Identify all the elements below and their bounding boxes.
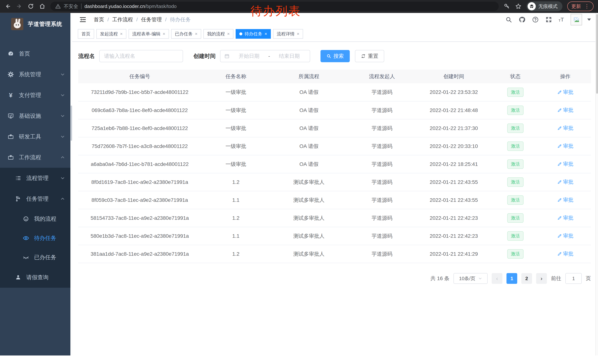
approve-link[interactable]: 审批	[557, 232, 573, 239]
goto-page-input[interactable]	[565, 273, 582, 284]
process-name-input[interactable]	[99, 50, 183, 62]
sidebar-fold-icon[interactable]	[79, 16, 86, 23]
home-icon[interactable]	[39, 3, 46, 10]
breadcrumb-home[interactable]: 首页	[94, 16, 104, 23]
tab-form-edit[interactable]: 流程表单-编辑×	[129, 29, 169, 39]
tab-home[interactable]: 首页	[78, 29, 94, 39]
col-starter: 流程发起人	[347, 70, 417, 83]
page-button-2[interactable]: 2	[521, 273, 532, 284]
chevron-down-icon	[60, 134, 65, 139]
breadcrumb-task-mgmt[interactable]: 任务管理	[141, 16, 162, 23]
close-icon[interactable]: ×	[195, 32, 198, 36]
status-cell: 激活	[491, 173, 540, 191]
close-icon[interactable]: ×	[227, 32, 230, 36]
process-cell: OA 请假	[270, 119, 347, 137]
approve-link[interactable]: 审批	[557, 107, 573, 114]
prev-page-button[interactable]: ‹	[492, 273, 502, 284]
starter-cell: 芋道源码	[347, 173, 417, 191]
approve-link[interactable]: 审批	[557, 196, 573, 203]
status-badge: 激活	[507, 88, 523, 97]
refresh-icon[interactable]	[27, 3, 34, 10]
status-badge: 激活	[507, 105, 523, 115]
sidebar-item-home[interactable]: 首页	[0, 43, 72, 64]
next-page-button[interactable]: ›	[536, 273, 547, 284]
not-secure-label[interactable]: 不安全	[64, 3, 78, 10]
yen-icon: ¥	[8, 92, 14, 98]
not-secure-warning-icon	[55, 4, 61, 9]
table-row: 58154733-7ac8-11ec-a9e2-a2380e71991a 1.2…	[78, 209, 591, 227]
search-button[interactable]: 搜索	[321, 50, 350, 62]
reset-button[interactable]: 重置	[355, 50, 384, 62]
app-logo-row[interactable]: 芋道管理系统	[0, 13, 72, 35]
task-name-cell: 一级审批	[201, 101, 270, 119]
tab-done-tasks[interactable]: 已办任务×	[171, 29, 201, 39]
bookmark-star-icon[interactable]	[515, 3, 522, 10]
sidebar-item-todo-tasks[interactable]: 待办任务	[0, 228, 72, 248]
tab-process-detail[interactable]: 流程详情×	[273, 29, 303, 39]
close-icon[interactable]: ×	[297, 32, 299, 36]
sidebar-item-my-process[interactable]: 我的流程	[0, 209, 72, 228]
address-bar[interactable]: 不安全 dashboard.yudao.iocoder.cn/bpm/task/…	[50, 2, 499, 11]
approve-link[interactable]: 审批	[557, 214, 573, 221]
sidebar-item-process-mgmt[interactable]: 流程管理	[0, 168, 72, 188]
task-name-cell: 1.2	[201, 245, 270, 263]
update-label: 更新	[571, 3, 581, 10]
password-key-icon[interactable]	[504, 3, 510, 10]
url-text[interactable]: dashboard.yudao.iocoder.cn/bpm/task/todo	[84, 4, 176, 9]
tab-todo-tasks[interactable]: 待办任务×	[236, 29, 271, 39]
sidebar-scrollbar[interactable]	[70, 13, 72, 356]
close-icon[interactable]: ×	[265, 32, 267, 36]
tab-start-process[interactable]: 发起流程×	[96, 29, 126, 39]
github-icon[interactable]	[519, 16, 525, 23]
close-icon[interactable]: ×	[120, 32, 123, 36]
sidebar-item-task-mgmt[interactable]: 任务管理	[0, 188, 72, 209]
action-cell: 审批	[540, 209, 591, 227]
search-icon[interactable]	[505, 16, 512, 23]
sidebar-item-leave-query[interactable]: 请假查询	[0, 267, 72, 288]
approve-link[interactable]: 审批	[557, 250, 573, 257]
sidebar-item-system[interactable]: 系统管理	[0, 64, 72, 85]
end-date-placeholder[interactable]: 结束日期	[273, 53, 306, 60]
page-button-1[interactable]: 1	[507, 273, 517, 284]
sidebar-item-pay[interactable]: ¥ 支付管理	[0, 85, 72, 105]
approve-link[interactable]: 审批	[557, 89, 573, 96]
avatar[interactable]	[571, 14, 582, 25]
back-icon[interactable]	[4, 3, 11, 10]
app-logo-image	[11, 18, 23, 30]
approve-link[interactable]: 审批	[557, 125, 573, 132]
forward-icon[interactable]	[16, 3, 23, 10]
workflow-submenu: 流程管理 任务管理 我的流程 待办任务	[0, 168, 72, 288]
avatar-caret-icon[interactable]	[587, 18, 591, 21]
start-date-placeholder[interactable]: 开始日期	[232, 53, 266, 60]
chrome-update-button[interactable]: 更新 ⋮	[567, 1, 594, 11]
browser-menu-icon[interactable]: ⋮	[584, 4, 590, 9]
tab-my-process[interactable]: 我的流程×	[203, 29, 233, 39]
page-unit-label: 页	[586, 275, 591, 282]
sidebar-item-workflow[interactable]: 工作流程	[0, 147, 72, 168]
approve-link[interactable]: 审批	[557, 143, 573, 150]
time-cell: 2022-01-22 18:25:41	[417, 155, 491, 173]
incognito-badge: 无痕模式	[526, 1, 562, 11]
sidebar-item-infra[interactable]: 基础设施	[0, 105, 72, 126]
chevron-down-icon	[60, 176, 65, 180]
help-icon[interactable]	[532, 16, 539, 23]
broken-image-icon	[573, 16, 580, 23]
sidebar-item-devtools[interactable]: 研发工具	[0, 126, 72, 147]
user-face-icon	[23, 216, 29, 222]
date-range-picker[interactable]: 开始日期 - 结束日期	[220, 50, 310, 62]
col-process: 所属流程	[270, 70, 347, 83]
close-icon[interactable]: ×	[163, 32, 165, 36]
pen-icon	[557, 162, 562, 166]
chevron-up-icon	[60, 197, 65, 201]
approve-link[interactable]: 审批	[557, 178, 573, 186]
approve-link[interactable]: 审批	[557, 161, 573, 168]
action-cell: 审批	[540, 227, 591, 245]
status-cell: 激活	[491, 101, 540, 119]
font-size-icon[interactable]: тT	[559, 17, 564, 22]
fullscreen-icon[interactable]	[545, 16, 552, 23]
page-size-select[interactable]: 10条/页	[454, 273, 488, 284]
page-scrollbar[interactable]	[595, 13, 598, 356]
action-cell: 审批	[540, 137, 591, 155]
sidebar-item-done-tasks[interactable]: 已办任务	[0, 248, 72, 267]
breadcrumb-workflow[interactable]: 工作流程	[112, 16, 133, 23]
